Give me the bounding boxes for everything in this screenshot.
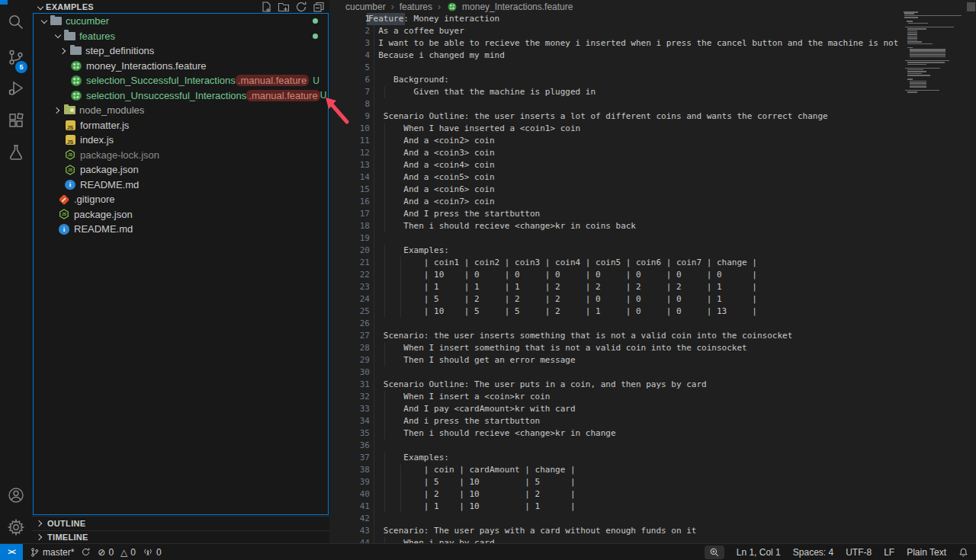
code-line[interactable]: 23 | 1 | 1 | 1 | 2 | 2 | 2 | 2 | 1 | — [329, 281, 976, 293]
code-line[interactable]: 43 Scenario: The user pays with a card w… — [329, 525, 976, 537]
code-line[interactable]: 13 And a <coin4> coin — [329, 159, 976, 171]
status-remote-indicator[interactable]: >< — [0, 544, 23, 560]
tree-item-formatter-js[interactable]: JSformatter.js — [34, 118, 328, 133]
new-file-icon[interactable] — [260, 1, 272, 13]
tree-item-node-modules[interactable]: node_modules — [34, 103, 328, 118]
code-line[interactable]: 40 | 2 | 10 | 2 | — [329, 488, 976, 501]
tree-item-readme-md[interactable]: iREADME.md — [34, 178, 328, 193]
status-sync[interactable] — [81, 547, 91, 557]
extensions-icon[interactable] — [7, 112, 25, 130]
code-line[interactable]: 27 Scenario: the user inserts something … — [329, 330, 976, 342]
refresh-icon[interactable] — [295, 1, 307, 13]
code-line[interactable]: 3 I want to be able to recieve the money… — [329, 37, 976, 50]
status-screencast-zoom[interactable] — [705, 546, 724, 559]
status-language-mode[interactable]: Plain Text — [907, 547, 946, 558]
code-line[interactable]: 22 | 10 | 0 | 0 | 0 | 0 | 0 | 0 | 0 | — [329, 269, 976, 281]
code-line[interactable]: 38 | coin | cardAmount | change | — [329, 464, 976, 476]
code-line[interactable]: 9 Scenario Outline: the user inserts a l… — [329, 110, 976, 123]
status-warnings[interactable]: △0 — [120, 547, 136, 558]
chevron-right-icon[interactable] — [59, 46, 69, 56]
code-line[interactable]: 14 And a <coin5> coin — [329, 171, 976, 184]
line-number: 16 — [329, 196, 370, 208]
code-line[interactable]: 6 Background: — [329, 74, 976, 86]
timeline-panel-header[interactable]: TIMELINE — [32, 530, 329, 543]
breadcrumb-item[interactable]: cucumber — [345, 2, 386, 12]
testing-icon[interactable] — [7, 143, 25, 162]
tree-item-package-lock-json[interactable]: JSpackage-lock.json — [34, 148, 328, 163]
settings-gear-icon[interactable] — [7, 518, 25, 536]
code-line[interactable]: 24 | 5 | 2 | 2 | 2 | 0 | 0 | 0 | 1 | — [329, 293, 976, 306]
tree-item-selection-successful-interactions[interactable]: selection_Successful_Interactions.manual… — [34, 73, 328, 88]
code-line[interactable]: 35 Then i should recieve <change>kr in c… — [329, 427, 976, 440]
minimap-line — [910, 49, 946, 50]
code-line[interactable]: 16 And a <coin7> coin — [329, 196, 976, 208]
breadcrumb-item[interactable]: features — [400, 2, 432, 12]
tree-item-features[interactable]: features — [34, 29, 328, 44]
code-line[interactable]: 41 | 1 | 10 | 1 | — [329, 501, 976, 513]
code-line[interactable]: 32 When I insert a <coin>kr coin — [329, 391, 976, 403]
tree-item-money-interactions-feature[interactable]: money_Interactions.feature — [34, 59, 328, 74]
code-line[interactable]: 10 When I have inserted a <coin1> coin — [329, 123, 976, 135]
code-line[interactable]: 30 — [329, 366, 976, 379]
status-notifications[interactable] — [958, 547, 968, 558]
collapse-all-icon[interactable] — [313, 1, 325, 13]
code-line[interactable]: 7 Given that the machine is plugged in — [329, 86, 976, 98]
new-folder-icon[interactable] — [278, 1, 290, 13]
code-line[interactable]: 44 When i pay by card — [329, 537, 976, 543]
code-line[interactable]: 17 And I press the startbutton — [329, 208, 976, 220]
editor-pane[interactable]: cucumber›features›money_Interactions.fea… — [329, 0, 976, 543]
status-cursor-position[interactable]: Ln 1, Col 1 — [737, 547, 781, 558]
chevron-down-icon[interactable] — [53, 30, 63, 41]
search-icon[interactable] — [7, 13, 25, 31]
status-git-branch[interactable]: master* — [30, 547, 74, 558]
code-line[interactable]: 18 Then i should recieve <change>kr in c… — [329, 220, 976, 232]
tree-item-selection-unsuccessful-interactions[interactable]: selection_Unsuccessful_Interactions.manu… — [34, 88, 328, 104]
code-line[interactable]: 31 Scenario Outline: The user puts in a … — [329, 379, 976, 391]
status-eol[interactable]: LF — [884, 547, 894, 558]
scrollbar-thumb[interactable] — [967, 2, 975, 11]
tree-item-readme-md[interactable]: iREADME.md — [34, 222, 328, 237]
tree-item-cucumber[interactable]: cucumber — [34, 14, 328, 29]
run-debug-icon[interactable] — [7, 79, 25, 98]
tree-item-package-json[interactable]: JSpackage.json — [34, 162, 328, 178]
code-line[interactable]: 20 Examples: — [329, 245, 976, 257]
tree-item-step-definitions[interactable]: step_definitions — [34, 43, 328, 59]
code-line[interactable]: 11 And a <coin2> coin — [329, 135, 976, 147]
status-ports[interactable]: 0 — [143, 547, 162, 558]
code-line[interactable]: 1Feature: Money interaction — [329, 13, 976, 25]
code-line[interactable]: 8 — [329, 98, 976, 110]
chevron-down-icon[interactable] — [39, 16, 50, 27]
code-line[interactable]: 5 — [329, 62, 976, 74]
code-line[interactable]: 4 Because i changed my mind — [329, 50, 976, 62]
code-line[interactable]: 21 | coin1 | coin2 | coin3 | coin4 | coi… — [329, 257, 976, 269]
status-encoding[interactable]: UTF-8 — [846, 547, 872, 558]
code-line[interactable]: 33 And I pay <cardAmount>kr with card — [329, 403, 976, 415]
code-line[interactable]: 42 — [329, 513, 976, 525]
code-line[interactable]: 29 Then I should get an error message — [329, 354, 976, 366]
code-line[interactable]: 34 And i press the startbutton — [329, 415, 976, 427]
code-line[interactable]: 15 And a <coin6> coin — [329, 184, 976, 196]
tree-item-package-json[interactable]: JSpackage.json — [34, 207, 328, 222]
code-line[interactable]: 2 As a coffee buyer — [329, 25, 976, 37]
minimap-line — [907, 71, 926, 72]
status-indentation[interactable]: Spaces: 4 — [793, 547, 833, 558]
outline-panel-header[interactable]: OUTLINE — [32, 516, 329, 530]
code-text: | 10 | 0 | 0 | 0 | 0 | 0 | 0 | 0 | — [368, 269, 757, 281]
chevron-down-icon[interactable] — [35, 2, 46, 13]
code-line[interactable]: 26 — [329, 318, 976, 330]
tree-item-index-js[interactable]: JSindex.js — [34, 133, 328, 148]
code-line[interactable]: 25 | 10 | 5 | 5 | 2 | 1 | 0 | 0 | 13 | — [329, 306, 976, 318]
code-line[interactable]: 28 When I insert something that is not a… — [329, 342, 976, 354]
tree-item--gitignore[interactable]: .gitignore — [34, 192, 328, 207]
code-line[interactable]: 12 And a <coin3> coin — [329, 147, 976, 159]
code-line[interactable]: 36 — [329, 440, 976, 452]
code-line[interactable]: 37 Examples: — [329, 452, 976, 464]
minimap[interactable] — [902, 0, 966, 543]
code-area[interactable]: 1Feature: Money interaction2 As a coffee… — [329, 13, 976, 543]
chevron-right-icon[interactable] — [53, 105, 63, 116]
accounts-icon[interactable] — [7, 486, 25, 504]
status-errors[interactable]: ⊘0 — [98, 547, 114, 558]
breadcrumb-item[interactable]: money_Interactions.feature — [462, 2, 573, 12]
code-line[interactable]: 39 | 5 | 10 | 5 | — [329, 476, 976, 488]
code-line[interactable]: 19 — [329, 232, 976, 245]
